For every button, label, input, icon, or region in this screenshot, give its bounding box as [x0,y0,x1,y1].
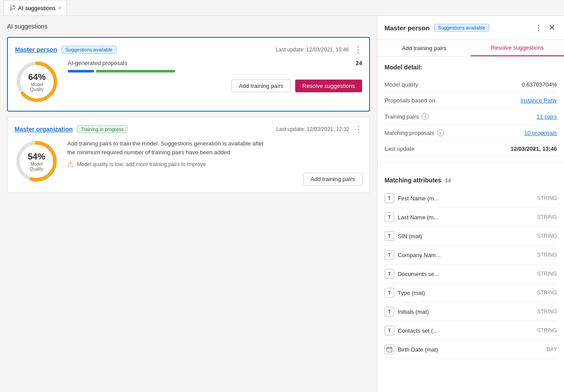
progress-bars-1 [68,70,362,73]
detail-label-training-pairs: Training pairs i [385,113,428,120]
attr-row-first-name: T First Name (m... STRING [385,189,557,208]
quality-percent-2: 54% [26,152,48,162]
master-org-more-icon[interactable]: ⋮ [355,124,363,134]
card-info-1: AI-generated proposals 24 Add training p… [68,60,362,92]
attr-icon-company-name: T [385,250,394,260]
detail-value-matching-proposals[interactable]: 10 proposals [524,130,557,136]
quality-label-1: Model Quality [26,82,48,92]
detail-value-model-quality: 0.63703704% [522,81,557,88]
attr-name-last-name: Last Name (m... [398,214,438,221]
right-panel-header: Master person Suggestions available ⋮ ✕ [377,16,564,40]
attr-type-documents: STRING [537,271,557,277]
ai-suggestions-tab[interactable]: AI suggestions × [4,0,67,15]
detail-row-training-pairs: Training pairs i 11 pairs [385,109,557,125]
master-person-title[interactable]: Master person [15,46,57,53]
master-org-last-update: Last update: 12/03/2021, 12:32 [276,126,349,132]
card-actions-2: Add training pairs [67,173,363,185]
right-panel-content: Model detail: Model quality 0.63703704% … [377,57,564,392]
right-panel: Master person Suggestions available ⋮ ✕ … [377,16,564,392]
resolve-suggestions-btn-1[interactable]: Resolve suggestions [295,80,362,92]
warning-row-2: ⚠ Model quality is low: add more trainin… [67,160,363,168]
master-person-more-icon[interactable]: ⋮ [354,45,362,54]
attr-left-first-name: T First Name (m... [385,193,439,203]
attr-type-type: STRING [537,290,557,296]
attr-type-birth-date: DAY [546,346,557,352]
attr-type-first-name: STRING [537,195,557,201]
master-org-title[interactable]: Master organization [15,126,73,133]
left-panel: AI suggestions Master person Suggestions… [0,16,377,392]
attr-row-type: T Type (mat) STRING [385,283,557,302]
right-panel-tabs: Add training pairs Resolve suggestions [377,40,564,57]
detail-label-proposals-based-on: Proposals based on [385,97,435,104]
detail-value-last-update: 12/03/2021, 13:46 [510,145,557,152]
attr-icon-last-name: T [385,212,394,222]
close-tab-icon[interactable]: × [58,5,61,11]
quality-circle-2: 54% Model Quality [15,139,59,183]
matching-proposals-info-icon[interactable]: i [437,129,444,136]
attr-left-contacts: T Contacts set (... [385,326,438,335]
close-panel-btn[interactable]: ✕ [547,22,557,33]
progress-bar-green-1 [96,70,175,73]
proposals-count-1: 24 [356,60,362,66]
card-body-2: 54% Model Quality Add training pairs to … [15,139,363,185]
model-detail-title: Model detail: [385,64,557,71]
detail-value-training-pairs[interactable]: 11 pairs [537,113,557,120]
training-pairs-info-icon[interactable]: i [421,113,428,120]
detail-label-matching-proposals: Matching proposals i [385,129,444,136]
training-text-2: Add training pairs to train the model. S… [67,139,363,156]
attr-row-company-name: T Company Nam... STRING [385,246,557,265]
tab-resolve-suggestions[interactable]: Resolve suggestions [471,40,564,56]
detail-row-proposals-based-on: Proposals based on Instance Party [385,93,557,109]
detail-value-proposals-based-on[interactable]: Instance Party [520,97,557,104]
panel-title: AI suggestions [7,23,370,30]
matching-attributes-section: Matching attributes 14 T First Name (m..… [385,177,557,359]
right-panel-actions: ⋮ ✕ [533,22,557,33]
attr-icon-first-name: T [385,193,394,203]
attr-type-sin: STRING [537,233,557,239]
attr-left-company-name: T Company Nam... [385,250,441,260]
attr-type-initials: STRING [537,309,557,315]
attr-row-last-name: T Last Name (m... STRING [385,208,557,227]
attr-left-documents: T Documents se... [385,269,439,279]
wrench-icon [9,5,15,11]
attr-icon-documents: T [385,269,394,279]
more-options-btn[interactable]: ⋮ [533,22,544,33]
quality-circle-1: 64% Model Quality [15,60,59,104]
main-layout: AI suggestions Master person Suggestions… [0,16,564,392]
card-actions-1: Add training pairs Resolve suggestions [68,80,362,92]
detail-row-matching-proposals: Matching proposals i 10 proposals [385,125,557,141]
card-body-1: 64% Model Quality AI-generated proposals… [15,60,362,104]
attr-row-sin: T SIN (mat) STRING [385,227,557,246]
add-training-pairs-btn-1[interactable]: Add training pairs [231,80,291,92]
right-panel-title: Master person [385,24,430,32]
detail-row-last-update: Last update 12/03/2021, 13:46 [385,141,557,157]
attr-left-sin: T SIN (mat) [385,231,422,241]
master-org-card: Master organization Training in progress… [7,117,370,193]
attr-left-initials: T Initials (mat) [385,307,429,316]
attr-name-type: Type (mat) [398,290,425,296]
attr-icon-birth-date [385,345,394,354]
attr-row-birth-date: Birth Date (mat) DAY [385,340,557,359]
matching-attributes-title: Matching attributes [385,177,441,184]
attr-type-last-name: STRING [537,214,557,220]
attr-left-type: T Type (mat) [385,288,425,298]
attr-icon-sin: T [385,231,394,241]
attr-left-birth-date: Birth Date (mat) [385,345,438,354]
master-org-badge: Training in progress [77,125,128,133]
attr-icon-contacts: T [385,326,394,335]
attributes-header: Matching attributes 14 [385,177,557,184]
attr-name-initials: Initials (mat) [398,309,429,315]
quality-label-2: Model Quality [26,162,48,171]
tab-bar: AI suggestions × [0,0,564,16]
matching-attributes-count: 14 [445,177,451,184]
attr-row-initials: T Initials (mat) STRING [385,302,557,321]
add-training-pairs-btn-2[interactable]: Add training pairs [303,173,363,185]
svg-rect-4 [387,347,392,352]
card-title-area-1: Master person Suggestions available [15,46,117,54]
attr-left-last-name: T Last Name (m... [385,212,438,222]
card-title-area-2: Master organization Training in progress [15,125,128,133]
detail-label-model-quality: Model quality [385,81,418,88]
tab-add-training-pairs[interactable]: Add training pairs [377,40,471,56]
right-panel-title-area: Master person Suggestions available [385,24,489,32]
tab-label: AI suggestions [18,5,55,11]
